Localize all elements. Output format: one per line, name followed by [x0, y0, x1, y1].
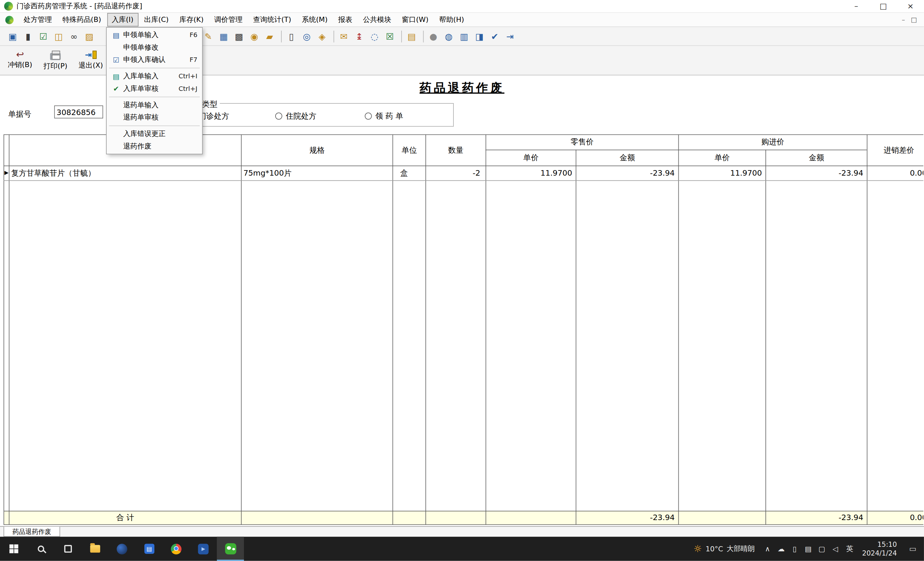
menu-outbound[interactable]: 出库(C) [139, 13, 173, 26]
menu-item-shortcut: F7 [189, 56, 197, 64]
printer-icon [50, 53, 61, 60]
menu-price-adjustment[interactable]: 调价管理 [210, 13, 247, 26]
zoom-icon[interactable]: ◌ [368, 29, 381, 43]
taskbar-search-button[interactable] [27, 537, 54, 561]
badge-icon[interactable]: ▰ [262, 29, 276, 43]
edit-doc-icon[interactable]: ✎ [201, 29, 215, 43]
mail-icon[interactable]: ✉ [337, 29, 351, 43]
row-marker: ▶ [4, 166, 9, 180]
language-indicator[interactable]: 英 [842, 544, 858, 554]
chrome-button[interactable] [163, 537, 190, 561]
bell-icon[interactable]: ◉ [248, 29, 261, 43]
excel-icon[interactable]: ☒ [383, 29, 396, 43]
open-folder-icon[interactable]: ▤ [405, 29, 418, 43]
exit-button[interactable]: ⇥ 退出(X) [74, 47, 107, 74]
notification-center-button[interactable]: ▭ [902, 544, 924, 553]
mdi-restore-icon[interactable]: □ [909, 16, 919, 24]
radio-inpatient-prescription[interactable]: 住院处方 [275, 111, 316, 122]
menu-special-drugs[interactable]: 特殊药品(B) [58, 13, 106, 26]
system-tray: ☼ 10°C 大部晴朗 ∧ ☁ ▯ ▤ ▢ ◁ 英 15:10 2024/1/2… [688, 537, 924, 561]
cell-retail-amount[interactable]: -23.94 [576, 166, 675, 180]
mdi-child-icon [5, 15, 14, 24]
grid-line [486, 134, 486, 525]
maximize-button[interactable]: □ [870, 0, 897, 12]
grid-line [3, 180, 923, 181]
menu-item-drug-return-input[interactable]: 退药单输入 [108, 99, 201, 111]
ime-icon[interactable]: ▤ [801, 544, 815, 553]
confirm-doc-icon[interactable]: ✔ [488, 29, 501, 43]
bottle-icon[interactable]: ▯ [285, 29, 298, 43]
stock-box-icon[interactable]: ◫ [52, 29, 65, 43]
menu-item-requisition-modify[interactable]: 申领单修改 [108, 41, 201, 54]
minimize-button[interactable]: – [843, 0, 870, 12]
menu-help[interactable]: 帮助(H) [435, 13, 469, 26]
menu-inventory[interactable]: 库存(K) [175, 13, 208, 26]
doc-no-input[interactable] [54, 105, 103, 118]
folder-icon [90, 545, 100, 553]
menu-window[interactable]: 窗口(W) [397, 13, 433, 26]
exit-door-icon[interactable]: ⇥ [503, 29, 517, 43]
menu-query-statistics[interactable]: 查询统计(T) [249, 13, 296, 26]
menu-item-stockin-error-correct[interactable]: 入库错误更正 [108, 128, 201, 140]
menu-inbound[interactable]: 入库(I) [107, 13, 138, 26]
menu-item-requisition-input[interactable]: ▤ 申领单输入 F6 [108, 29, 201, 41]
display-icon[interactable]: ▢ [815, 544, 829, 553]
print-preview-icon[interactable]: ◨ [472, 29, 486, 43]
mdi-minimize-icon[interactable]: – [898, 16, 909, 24]
vial-icon[interactable]: ▮ [21, 29, 35, 43]
cloud-icon[interactable]: ☁ [774, 544, 788, 553]
volume-muted-icon[interactable]: ◁ [829, 544, 842, 553]
device-icon[interactable]: ▯ [788, 544, 801, 553]
close-button[interactable]: × [897, 0, 924, 12]
menu-item-stockin-audit[interactable]: ✔ 入库单审核 Ctrl+J [108, 82, 201, 95]
barcode-icon[interactable]: ▩ [232, 29, 246, 43]
cell-drug-name[interactable]: 复方甘草酸苷片（甘毓） [11, 166, 240, 180]
menu-item-requisition-stockin-confirm[interactable]: ☑ 申领入库确认 F7 [108, 54, 201, 66]
cell-spec[interactable]: 75mg*100片 [243, 166, 391, 180]
radio-drug-requisition[interactable]: 领 药 单 [365, 111, 403, 122]
start-button[interactable] [0, 537, 27, 561]
cell-retail-price[interactable]: 11.9700 [486, 166, 572, 180]
binoculars-icon[interactable]: ∞ [67, 29, 81, 43]
media-app-button[interactable] [190, 537, 217, 561]
reverse-button[interactable]: ↩ 冲销(B) [3, 47, 36, 74]
doc-no-label: 单据号 [8, 109, 31, 120]
tab-drug-return-void[interactable]: 药品退药作废 [3, 527, 60, 537]
inbound-dropdown-menu: ▤ 申领单输入 F6 申领单修改 ☑ 申领入库确认 F7 ▤ 入库单输入 Ctr… [106, 27, 203, 154]
editor-app-button[interactable] [136, 537, 163, 561]
thermometer-icon[interactable]: ↨ [352, 29, 366, 43]
folder-search-icon[interactable]: ◈ [315, 29, 329, 43]
chart-icon[interactable]: ▦ [217, 29, 230, 43]
sphere-icon[interactable]: ● [427, 29, 440, 43]
total-label: 合 计 [9, 511, 241, 525]
file-explorer-button[interactable] [81, 537, 108, 561]
chevron-up-icon[interactable]: ∧ [761, 544, 774, 553]
title-bar: 门诊西药房管理子系统 - [药品退药作废] – □ × [0, 0, 924, 13]
menu-reports[interactable]: 报表 [334, 13, 357, 26]
wechat-button[interactable] [217, 537, 244, 561]
cards-icon[interactable]: ▥ [458, 29, 471, 43]
cell-price-diff[interactable]: 0.00 [867, 166, 923, 180]
cell-purchase-amount[interactable]: -23.94 [766, 166, 863, 180]
search-icon[interactable]: ◍ [442, 29, 455, 43]
print-button[interactable]: 打印(P) [39, 47, 72, 74]
cell-purchase-price[interactable]: 11.9700 [679, 166, 762, 180]
item-search-icon[interactable]: ◎ [300, 29, 314, 43]
menu-item-stockin-input[interactable]: ▤ 入库单输入 Ctrl+I [108, 70, 201, 82]
menu-common-modules[interactable]: 公共模块 [358, 13, 396, 26]
weather-widget[interactable]: ☼ 10°C 大部晴朗 [688, 537, 761, 561]
browser-app-button[interactable] [108, 537, 135, 561]
menu-system[interactable]: 系统(M) [297, 13, 332, 26]
col-header-price-diff: 进销差价 [867, 134, 923, 166]
audit-check-icon[interactable]: ☑ [36, 29, 50, 43]
menu-prescription-management[interactable]: 处方管理 [19, 13, 57, 26]
cell-unit[interactable]: 盒 [400, 166, 423, 180]
menu-item-drug-return-void[interactable]: 退药作废 [108, 140, 201, 152]
report-window-icon[interactable]: ▣ [6, 29, 20, 43]
folder-key-icon[interactable]: ▨ [82, 29, 96, 43]
clock[interactable]: 15:10 2024/1/24 [857, 540, 902, 558]
menu-item-shortcut: F6 [189, 31, 197, 39]
menu-item-drug-return-audit[interactable]: 退药单审核 [108, 111, 201, 124]
task-view-button[interactable] [54, 537, 81, 561]
cell-qty[interactable]: -2 [426, 166, 480, 180]
